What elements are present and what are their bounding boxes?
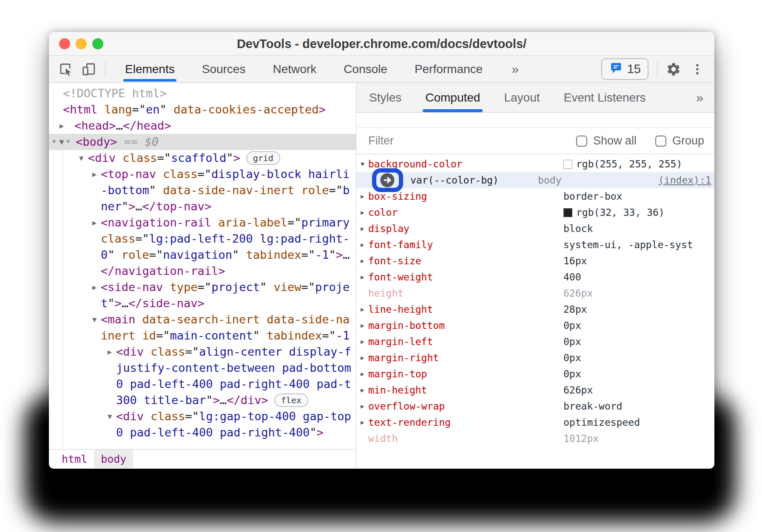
expander-open-icon[interactable]: ▼ bbox=[361, 156, 364, 172]
expander-closed-icon[interactable]: ▶ bbox=[60, 118, 64, 134]
code-segment bbox=[135, 313, 142, 326]
dom-tree-line[interactable]: ▶<head>…</head> bbox=[49, 118, 356, 134]
computed-property-row[interactable]: ▶overflow-wrapbreak-word bbox=[356, 398, 714, 414]
sidebar-tab-layout[interactable]: Layout bbox=[503, 83, 540, 112]
computed-property-row[interactable]: ▶displayblock bbox=[356, 221, 714, 237]
computed-property-row[interactable]: ▶colorrgb(32, 33, 36) bbox=[356, 204, 714, 221]
code-segment: <!DOCTYPE html> bbox=[63, 87, 167, 100]
dom-tree-line[interactable]: inert id="main-content" tabindex="-1 bbox=[49, 328, 356, 344]
expander-closed-icon[interactable]: ▶ bbox=[92, 166, 97, 182]
expander-closed-icon[interactable]: ▶ bbox=[361, 204, 364, 221]
expander-closed-icon[interactable]: ▶ bbox=[361, 366, 364, 382]
sidebar-tab-computed[interactable]: Computed bbox=[424, 83, 481, 112]
tab-performance[interactable]: Performance bbox=[413, 56, 484, 82]
tab-sources[interactable]: Sources bbox=[200, 56, 247, 82]
expander-closed-icon[interactable]: ▶ bbox=[361, 414, 364, 430]
goto-source-arrow-icon[interactable] bbox=[380, 173, 395, 188]
trace-source-link[interactable]: (index):1 bbox=[658, 172, 711, 188]
computed-trace-row[interactable]: var(--color-bg)body(index):1 bbox=[356, 172, 714, 188]
computed-property-row[interactable]: ▶margin-left0px bbox=[356, 334, 714, 350]
computed-property-row[interactable]: ▶font-familysystem-ui, -apple-syst bbox=[356, 237, 714, 253]
dom-tree-line[interactable]: ▶<top-nav class="display-block hairli bbox=[49, 166, 356, 182]
expander-closed-icon[interactable]: ▶ bbox=[92, 279, 97, 295]
filter-input[interactable]: Filter bbox=[368, 134, 557, 147]
computed-property-row[interactable]: ▶font-size16px bbox=[356, 253, 714, 269]
computed-property-row[interactable]: ▶min-height626px bbox=[356, 382, 714, 398]
dom-tree-line[interactable]: justify-content-between pad-bottom bbox=[49, 360, 356, 376]
dom-tree-line[interactable]: ▶<navigation-rail aria-label="primary bbox=[49, 215, 356, 231]
expander-closed-icon[interactable]: ▶ bbox=[361, 350, 364, 366]
code-segment: 300 title-bar bbox=[116, 393, 206, 407]
group-checkbox[interactable] bbox=[655, 136, 666, 147]
computed-property-row[interactable]: ▶margin-right0px bbox=[356, 350, 714, 366]
tab-console[interactable]: Console bbox=[342, 56, 389, 82]
computed-property-row[interactable]: height626px bbox=[356, 285, 714, 301]
dom-tree-line[interactable]: <html lang="en" data-cookies-accepted> bbox=[49, 102, 356, 118]
tab-network[interactable]: Network bbox=[271, 56, 318, 82]
code-segment bbox=[267, 280, 273, 294]
dom-tree-line[interactable]: ▼<main data-search-inert data-side-na bbox=[49, 311, 356, 328]
computed-property-row[interactable]: width1012px bbox=[356, 430, 714, 447]
computed-property-row[interactable]: ▶margin-top0px bbox=[356, 366, 714, 382]
kebab-menu-icon[interactable] bbox=[690, 62, 705, 77]
dom-tree-line[interactable]: ner">…</top-nav> bbox=[49, 198, 356, 215]
expander-closed-icon[interactable]: ▶ bbox=[361, 398, 364, 414]
tab-elements[interactable]: Elements bbox=[123, 56, 176, 82]
expander-closed-icon[interactable]: ▶ bbox=[361, 237, 364, 253]
breadcrumb-item-html[interactable]: html bbox=[55, 450, 94, 468]
computed-property-row[interactable]: ▶line-height28px bbox=[356, 301, 714, 317]
sidebar-tab-event-listeners[interactable]: Event Listeners bbox=[563, 83, 647, 112]
computed-property-row[interactable]: ▶font-weight400 bbox=[356, 269, 714, 285]
device-toolbar-icon[interactable] bbox=[81, 62, 97, 77]
dom-tree-line[interactable]: ▶<side-nav type="project" view="proje bbox=[49, 279, 356, 295]
dom-tree-line[interactable]: 300 title-bar">…</div>flex bbox=[49, 392, 356, 408]
inspect-element-icon[interactable] bbox=[58, 62, 74, 77]
dom-tree-line[interactable]: •••▼<body> == $0 bbox=[49, 134, 356, 150]
code-segment bbox=[116, 151, 122, 164]
expander-closed-icon[interactable]: ▶ bbox=[361, 221, 364, 237]
dom-tree-line[interactable]: 0" role="navigation" tabindex="-1">… bbox=[49, 247, 356, 263]
dom-tree-line[interactable]: 0 pad-left-400 pad-right-400"> bbox=[49, 424, 356, 441]
expander-closed-icon[interactable]: ▶ bbox=[92, 215, 97, 231]
dom-tree-line[interactable]: ▼<div class="lg:gap-top-400 gap-top bbox=[49, 408, 356, 424]
sidebar-tab-styles[interactable]: Styles bbox=[368, 83, 402, 112]
expander-closed-icon[interactable]: ▶ bbox=[361, 188, 364, 204]
dom-tree-line[interactable]: ▼<div class="scaffold">grid bbox=[49, 150, 356, 166]
flex-badge[interactable]: flex bbox=[274, 393, 308, 407]
expander-closed-icon[interactable]: ▶ bbox=[108, 344, 112, 360]
code-segment: display-block hairli bbox=[211, 167, 350, 181]
dom-tree-line[interactable]: -bottom" data-side-nav-inert role="b bbox=[49, 182, 356, 198]
expander-open-icon[interactable]: ▼ bbox=[60, 134, 64, 150]
expander-closed-icon[interactable]: ▶ bbox=[361, 253, 364, 269]
expander-closed-icon[interactable]: ▶ bbox=[361, 334, 364, 350]
more-panels-icon[interactable]: » bbox=[512, 56, 519, 82]
code-segment: > bbox=[213, 393, 220, 407]
expander-closed-icon[interactable]: ▶ bbox=[361, 269, 364, 285]
computed-property-row[interactable]: ▶box-sizingborder-box bbox=[356, 188, 714, 204]
grid-badge[interactable]: grid bbox=[246, 151, 280, 165]
computed-property-row[interactable]: ▼background-colorrgb(255, 255, 255) bbox=[356, 156, 714, 172]
computed-property-row[interactable]: ▶margin-bottom0px bbox=[356, 317, 714, 334]
expander-open-icon[interactable]: ▼ bbox=[92, 311, 97, 328]
color-swatch[interactable] bbox=[563, 208, 572, 217]
expander-closed-icon[interactable]: ▶ bbox=[361, 317, 364, 334]
expander-open-icon[interactable]: ▼ bbox=[108, 408, 112, 424]
settings-gear-icon[interactable] bbox=[666, 62, 681, 77]
code-segment: " bbox=[149, 184, 156, 197]
computed-property-row[interactable]: ▶text-renderingoptimizespeed bbox=[356, 414, 714, 430]
expander-closed-icon[interactable]: ▶ bbox=[361, 301, 364, 317]
breadcrumb-item-body[interactable]: body bbox=[94, 450, 133, 468]
dom-tree-line[interactable]: class="lg:pad-left-200 lg:pad-right- bbox=[49, 231, 356, 247]
dom-tree-line[interactable]: </navigation-rail> bbox=[49, 263, 356, 279]
show-all-checkbox[interactable] bbox=[576, 136, 587, 147]
dom-tree-line[interactable]: 0 pad-left-400 pad-right-400 pad-t bbox=[49, 376, 356, 392]
color-swatch[interactable] bbox=[563, 160, 572, 169]
more-sidebar-tabs-icon[interactable]: » bbox=[696, 83, 703, 112]
expander-closed-icon[interactable]: ▶ bbox=[361, 382, 364, 398]
dom-tree-line[interactable]: ▶<div class="align-center display-f bbox=[49, 344, 356, 360]
issues-counter[interactable]: 15 bbox=[601, 58, 648, 80]
code-segment bbox=[144, 410, 151, 423]
expander-open-icon[interactable]: ▼ bbox=[79, 150, 83, 166]
dom-tree-line[interactable]: <!DOCTYPE html> bbox=[49, 85, 356, 102]
dom-tree-line[interactable]: t">…</side-nav> bbox=[49, 295, 356, 311]
